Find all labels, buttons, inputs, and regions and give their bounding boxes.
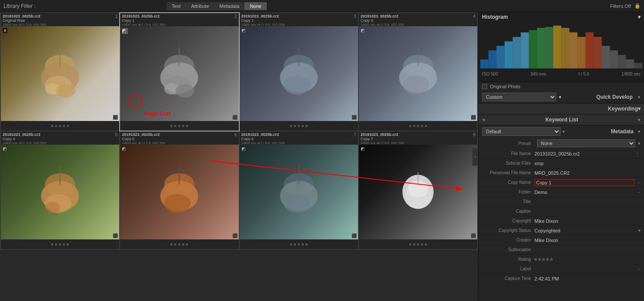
photo-cell-3[interactable]: 20191023_0025b.cr2 Copy 2 1/800 sec at f… [240,13,358,131]
custom-select-dropdown[interactable]: Custom [482,93,556,101]
default-select-dropdown[interactable]: Default [482,127,561,136]
svg-rect-39 [480,59,489,69]
photo-img-3: ⬛ ◩ [240,26,358,121]
rating-dot-2[interactable] [538,258,541,261]
photo-cell-5[interactable]: 20191023_0025b.cr2 Copy 4 1/800 sec at f… [1,131,119,249]
rating-dot-5[interactable] [550,258,553,261]
rating-dot-4[interactable] [546,258,549,261]
cell-header-2: 20191023_0025b.cr2 Copy 1 1/800 sec at f… [120,13,238,26]
histogram-chevron: ▾ [638,14,641,20]
num-8: 8 [473,132,475,144]
label-arrow: → [636,266,641,271]
library-filter: Library Filter : [3,3,35,9]
panel-collapse-btn[interactable]: › [472,148,478,166]
metadata-chevron: ▾ [638,129,641,135]
original-photo-row: Original Photo [479,82,644,91]
badge-1: 8 [3,28,7,33]
title-row: Title [479,197,644,207]
folder-label: Folder [482,190,534,194]
histogram-area: Histogram ▾ [479,12,644,82]
photo-grid: 20191023_0025b.cr2 Original Raw 1/800 se… [0,12,478,250]
photo-img-6: ⬛ ◩ [120,145,238,239]
keywording-header[interactable]: Keywording ▾ [479,103,644,114]
photo-cell-6[interactable]: 20191023_0025b.cr2 Copy 5 1/800 sec at f… [120,131,238,249]
sublocation-value[interactable] [534,247,641,253]
expand-icon-8: ⬛ [471,233,476,238]
expand-icon-7: ⬛ [351,233,357,238]
svg-rect-23 [59,166,61,184]
cell-footer-7 [240,239,358,249]
none-filter-btn[interactable]: None [245,2,266,10]
svg-point-18 [403,76,430,94]
keyword-add-btn[interactable]: + [482,116,486,123]
grid-area: 20191023_0025b.cr2 Original Raw 1/800 se… [0,12,478,250]
photo-img-7: ⬛ ◩ [240,145,358,239]
filename-1: 20191023_0025b.cr2 [3,14,46,18]
filename-4: 20191023_0025b.cr2 [361,14,404,18]
photo-img-8: ⬛ ◩ [359,145,477,239]
filter-buttons: Text Attribute Metadata None [166,2,266,10]
keyword-list-label: Keyword List [545,117,578,123]
folder-value: Demo [534,190,634,195]
photo-cell-2[interactable]: 20191023_0025b.cr2 Copy 1 1/800 sec at f… [120,13,238,131]
rating-dot-3[interactable] [542,258,545,261]
svg-rect-56 [618,55,626,69]
original-photo-checkbox[interactable] [482,84,487,89]
photo-cell-7[interactable]: 20191023_0025b.cr2 Copy 6 1/800 sec at f… [240,131,358,249]
metadata-filter-btn[interactable]: Metadata [214,2,245,10]
caption-label: Caption [482,209,534,214]
keywording-label: Keywording [608,106,638,112]
default-select-arrow: ▾ [562,129,565,135]
copy-name-value[interactable]: Copy 1 [534,179,634,186]
expand-icon-2: ⬛ [232,115,238,120]
filters-off-label: Filters Off [610,3,631,9]
svg-rect-52 [585,32,594,68]
sublocation-label: Sublocation [482,247,534,252]
title-value[interactable] [534,199,641,204]
capture-time-value: 2:42:41 PM [534,276,641,281]
attribute-filter-btn[interactable]: Attribute [186,2,214,10]
corner-mark-6: ◩ [122,146,126,151]
rating-dot-1[interactable] [534,258,537,261]
cell-footer-4 [359,121,477,131]
filename-3: 20191023_0025b.cr2 [241,14,285,18]
aperture-stat: f / 5.6 [579,72,589,76]
svg-rect-36 [417,172,419,183]
svg-point-31 [283,194,310,213]
default-select-row: Default ▾ Metadata ▾ [479,125,644,138]
svg-rect-40 [489,50,497,68]
caption-value[interactable] [534,209,641,214]
svg-rect-9 [179,47,180,66]
svg-rect-58 [634,63,642,68]
text-filter-btn[interactable]: Text [166,2,186,10]
metadata-label: Metadata [611,128,634,135]
filename-6: 20191023_0025b.cr2 [122,132,165,137]
svg-rect-28 [179,166,180,184]
rating-row: Rating [479,255,644,264]
shutter-stat: 1/800 sec [622,72,641,76]
sidecar-value: xmp [534,161,641,166]
copyname-8: Copy 7 [361,137,404,141]
svg-rect-54 [602,46,610,69]
copyright-status-row: Copyright Status Copyrighted ▾ [479,226,644,235]
preserved-label: Preserved File Name [482,170,534,175]
photo-cell-4[interactable]: 20191023_0025b.cr2 Copy 3 1/800 sec at f… [359,13,477,131]
copy-name-row: Copy Name Copy 1 → [479,178,644,187]
filename-8: 20191023_0025b.cr2 [361,132,404,137]
svg-rect-42 [505,42,513,69]
creator-value: Mike Dixon [534,238,641,243]
label-value[interactable] [534,266,634,272]
expand-icon-6: ⬛ [232,233,238,238]
keyword-list-row: + Keyword List ▾ [479,114,644,125]
photo-cell-8[interactable]: 20191023_0025b.cr2 Copy 7 1/800 sec at f… [359,131,477,249]
top-bar: Library Filter : Text Attribute Metadata… [0,0,644,12]
copyright-status-value: Copyrighted [534,228,637,233]
svg-point-11 [176,84,194,97]
photo-cell-1[interactable]: 20191023_0025b.cr2 Original Raw 1/800 se… [1,13,119,131]
grid-wrapper: 20191023_0025b.cr2 Original Raw 1/800 se… [0,12,478,301]
preset-select-dropdown[interactable]: None [537,139,635,147]
num-3: 3 [354,14,356,25]
copyname-7: Copy 6 [241,137,285,141]
quick-develop-label: Quick Develop [596,94,633,100]
cell-header-6: 20191023_0025b.cr2 Copy 5 1/800 sec at f… [120,131,238,145]
